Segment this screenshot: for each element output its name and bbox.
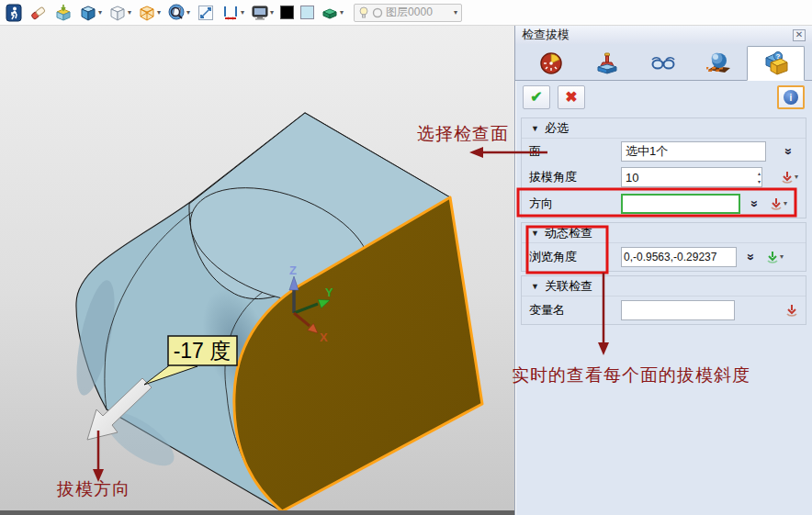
caret-down-icon[interactable]: ▾: [157, 9, 161, 17]
circle-icon: [372, 7, 383, 18]
axis-z-label: Z: [289, 263, 297, 277]
shaded-cube-icon: [79, 4, 97, 22]
tab-render-sphere[interactable]: [691, 47, 747, 80]
dialog-tabstrip: ?: [515, 44, 812, 81]
caret-down-icon[interactable]: ▾: [340, 9, 344, 17]
layer-name: 图层0000: [386, 5, 450, 20]
exit-icon[interactable]: [3, 2, 25, 24]
annotation-draft-direction: 拔模方向: [57, 477, 130, 501]
collapse-triangle-icon: ▼: [531, 282, 539, 291]
collapse-triangle-icon: ▼: [531, 229, 539, 238]
fit-window-icon[interactable]: [195, 2, 217, 24]
dialog-actions: ✔ ✖ i: [515, 81, 812, 114]
exit-icon: [5, 4, 23, 22]
zoom-region-icon[interactable]: ▾: [165, 2, 192, 24]
tab-stamp[interactable]: [579, 47, 635, 80]
browse-angle-input[interactable]: [621, 247, 737, 267]
row-direction: 方向 » ▾: [522, 190, 806, 218]
blue-swatch[interactable]: [299, 2, 316, 24]
spinner-down-icon: ▾: [758, 177, 761, 185]
app-window: ▾ ▾ ▾ ▾: [0, 0, 812, 515]
spinner[interactable]: ▴ ▾: [758, 169, 761, 185]
browse-angle-label: 浏览角度: [529, 249, 621, 265]
caret-down-icon[interactable]: ▾: [241, 9, 244, 17]
glasses-icon: [650, 51, 676, 75]
orange-wireframe-icon: [138, 4, 156, 22]
cancel-button[interactable]: ✖: [558, 85, 585, 109]
variable-name-input[interactable]: [621, 300, 735, 320]
expand-chevron-icon[interactable]: »: [780, 142, 798, 161]
section-dynamic-header[interactable]: ▼ 动态检查: [522, 223, 806, 243]
section-view-icon: [54, 4, 73, 22]
gauge-icon: [539, 51, 563, 75]
zoom-region-icon: [167, 4, 186, 22]
close-icon[interactable]: ✕: [793, 29, 806, 41]
tab-gauge[interactable]: [523, 47, 579, 80]
annotation-realtime: 实时的查看每个面的拔模斜度: [512, 364, 750, 387]
display-mode-icon: [251, 4, 269, 22]
section-required-title: 必选: [545, 120, 569, 137]
eraser-icon: [29, 4, 48, 22]
eraser-icon[interactable]: [28, 2, 50, 24]
expand-chevron-icon[interactable]: »: [746, 195, 764, 213]
input-source-red-icon[interactable]: [785, 304, 798, 318]
caret-down-icon[interactable]: ▾: [780, 253, 784, 261]
row-variable-name: 变量名: [522, 297, 806, 324]
viewport-bottom-edge: [0, 510, 514, 515]
row-browse-angle: 浏览角度 » ▾: [522, 243, 806, 271]
draft-angle-label: 拔模角度: [529, 169, 621, 185]
caret-down-icon[interactable]: ▾: [128, 9, 131, 17]
section-view-icon[interactable]: [52, 2, 74, 24]
annotation-select-face: 选择检查面: [417, 122, 509, 146]
black-swatch[interactable]: [278, 2, 296, 24]
draft-check-dialog: 检查拔模 ✕: [514, 26, 812, 515]
wireframe-cube-icon: [108, 4, 127, 22]
info-icon: i: [784, 90, 798, 105]
expand-chevron-icon[interactable]: »: [742, 248, 761, 266]
dialog-titlebar[interactable]: 检查拔模 ✕: [515, 26, 812, 44]
input-source-red-icon[interactable]: [770, 197, 783, 211]
shaded-cube-icon[interactable]: ▾: [77, 2, 104, 24]
fit-window-icon: [197, 4, 215, 22]
render-sphere-icon: [706, 51, 732, 75]
dimension-icon[interactable]: ▾: [220, 2, 246, 24]
info-button[interactable]: i: [777, 85, 805, 109]
caret-down-icon[interactable]: ▾: [454, 9, 457, 17]
variable-name-label: 变量名: [529, 302, 621, 319]
collapse-triangle-icon: ▼: [531, 124, 539, 133]
row-draft-angle: 拔模角度 ▴ ▾ ▾: [522, 164, 806, 190]
draft-check-icon: ?: [762, 50, 790, 76]
blue-swatch: [300, 6, 314, 19]
caret-down-icon[interactable]: ▾: [270, 9, 274, 17]
face-label: 面: [529, 143, 621, 160]
caret-down-icon[interactable]: ▾: [186, 9, 190, 17]
ok-button[interactable]: ✔: [523, 85, 550, 109]
direction-input[interactable]: [621, 194, 740, 214]
layer-object-icon[interactable]: ▾: [319, 2, 345, 24]
tab-glasses[interactable]: [635, 47, 691, 80]
caret-down-icon[interactable]: ▾: [98, 9, 102, 17]
dimension-icon: [221, 4, 240, 22]
draft-angle-input[interactable]: [621, 167, 762, 187]
dialog-title: 检查拔模: [522, 27, 570, 43]
caret-down-icon[interactable]: ▾: [795, 174, 798, 181]
spinner-up-icon: ▴: [758, 169, 761, 177]
section-required-header[interactable]: ▼ 必选: [522, 118, 806, 139]
section-dynamic-title: 动态检查: [545, 225, 592, 241]
section-linked-header[interactable]: ▼ 关联检查: [522, 276, 806, 297]
tab-draft-check[interactable]: ?: [747, 46, 805, 81]
display-mode-icon[interactable]: ▾: [249, 2, 276, 24]
section-required: ▼ 必选 面 » 拔模角度 ▴ ▾ ▾: [521, 118, 806, 218]
black-swatch: [280, 6, 294, 19]
section-linked-check: ▼ 关联检查 变量名: [521, 275, 806, 325]
wireframe-cube-icon[interactable]: ▾: [107, 2, 133, 24]
layer-selector[interactable]: 图层0000 ▾: [354, 4, 462, 22]
input-source-green-icon[interactable]: [766, 251, 779, 264]
row-face: 面 »: [522, 139, 806, 164]
bulb-icon: [358, 6, 369, 19]
caret-down-icon[interactable]: ▾: [784, 200, 787, 207]
section-linked-title: 关联检查: [545, 278, 592, 295]
face-input[interactable]: [621, 141, 766, 162]
input-source-red-icon[interactable]: [781, 171, 794, 185]
orange-wireframe-icon[interactable]: ▾: [136, 2, 163, 24]
